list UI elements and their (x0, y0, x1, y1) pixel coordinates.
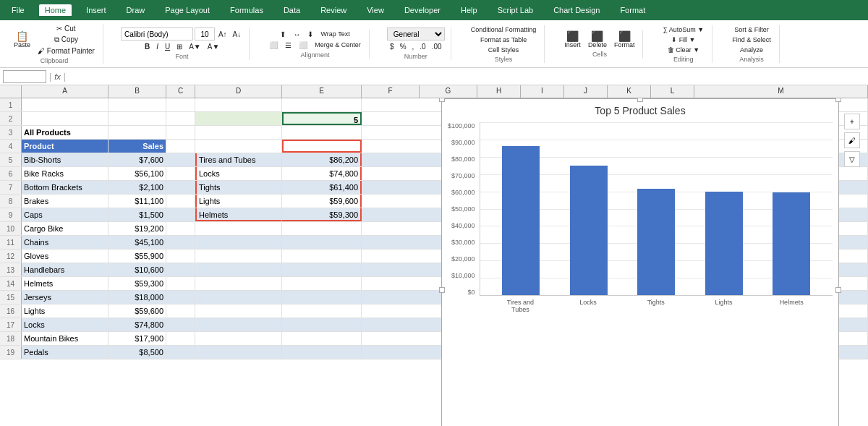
cell-d4[interactable] (195, 140, 282, 153)
cell-e11[interactable] (282, 236, 362, 249)
autosum-button[interactable]: ∑ AutoSum ▼ (660, 25, 706, 34)
cell-d15[interactable] (195, 291, 282, 304)
ribbon-tab-chartdesign[interactable]: Chart Design (548, 4, 605, 16)
cell-d17[interactable] (195, 318, 282, 331)
sort-filter-button[interactable]: Sort & Filter (732, 25, 771, 34)
cell-e1[interactable] (282, 98, 362, 111)
cell-c12[interactable] (166, 250, 195, 263)
find-select-button[interactable]: Find & Select (730, 35, 773, 44)
increase-decimal-button[interactable]: .0 (417, 42, 427, 51)
cell-c1[interactable] (166, 98, 195, 111)
cell-styles-button[interactable]: Cell Styles (486, 46, 522, 54)
cell-a6[interactable]: Bike Racks (22, 167, 109, 180)
cell-b18[interactable]: $17,900 (109, 332, 166, 345)
cell-e2[interactable]: 5 (282, 112, 362, 125)
cell-d16[interactable] (195, 304, 282, 318)
fill-button[interactable]: ⬇ Fill ▼ (669, 35, 697, 44)
format-painter-button[interactable]: 🖌 Format Painter (35, 46, 97, 56)
col-header-l[interactable]: L (651, 85, 694, 98)
cell-b4[interactable]: Sales (109, 140, 166, 153)
ribbon-tab-home[interactable]: Home (39, 4, 72, 16)
cell-e8[interactable]: $59,600 (282, 195, 362, 208)
cell-b8[interactable]: $11,100 (109, 195, 166, 208)
col-header-h[interactable]: H (477, 85, 521, 98)
cell-c19[interactable] (166, 346, 195, 359)
percent-button[interactable]: % (398, 42, 409, 51)
col-header-g[interactable]: G (420, 85, 477, 98)
cell-a10[interactable]: Cargo Bike (22, 222, 109, 235)
format-button[interactable]: ⬛ Format (612, 30, 637, 49)
ribbon-tab-insert[interactable]: Insert (80, 4, 112, 16)
cell-d18[interactable] (195, 332, 282, 345)
format-as-table-button[interactable]: Format as Table (478, 35, 529, 44)
chart-elements-button[interactable]: + (844, 114, 860, 129)
ribbon-tab-formulas[interactable]: Formulas (224, 4, 269, 16)
ribbon-tab-page-layout[interactable]: Page Layout (159, 4, 216, 16)
chart-filters-button[interactable]: ▽ (844, 151, 860, 167)
cell-a7[interactable]: Bottom Brackets (22, 181, 109, 194)
align-bottom-button[interactable]: ⬇ (305, 30, 315, 39)
cell-c7[interactable] (166, 181, 195, 194)
cell-a8[interactable]: Brakes (22, 195, 109, 208)
cell-b3[interactable] (109, 126, 166, 139)
ribbon-tab-draw[interactable]: Draw (121, 4, 151, 16)
formula-input[interactable] (69, 72, 865, 82)
cell-a14[interactable]: Helmets (22, 277, 109, 290)
ribbon-tab-review[interactable]: Review (315, 4, 352, 16)
cell-c13[interactable] (166, 263, 195, 276)
cell-e7[interactable]: $61,400 (282, 181, 362, 194)
cell-b11[interactable]: $45,100 (109, 236, 166, 249)
cell-e15[interactable] (282, 291, 362, 304)
cell-d10[interactable] (195, 222, 282, 235)
cell-c10[interactable] (166, 222, 195, 235)
cell-b2[interactable] (109, 112, 166, 125)
decrease-font-button[interactable]: A↓ (231, 30, 244, 39)
cell-a1[interactable] (22, 98, 109, 111)
cell-c11[interactable] (166, 236, 195, 249)
increase-font-button[interactable]: A↑ (216, 30, 229, 39)
cell-c2[interactable] (166, 112, 195, 125)
number-format-select[interactable]: General (387, 27, 445, 41)
ribbon-tab-developer[interactable]: Developer (399, 4, 446, 16)
font-family-input[interactable] (121, 27, 193, 41)
cell-c15[interactable] (166, 291, 195, 304)
ribbon-tab-scriptlab[interactable]: Script Lab (492, 4, 540, 16)
conditional-formatting-button[interactable]: Conditional Formatting (469, 25, 539, 34)
col-header-c[interactable]: C (166, 85, 195, 98)
col-header-k[interactable]: K (608, 85, 651, 98)
cell-a2[interactable] (22, 112, 109, 125)
cell-a16[interactable]: Lights (22, 304, 109, 318)
cell-a13[interactable]: Handlebars (22, 263, 109, 276)
resize-handle-left[interactable] (439, 287, 445, 293)
col-header-f[interactable]: F (362, 85, 420, 98)
cell-c14[interactable] (166, 277, 195, 290)
align-center-button[interactable]: ☰ (283, 41, 294, 50)
cell-a15[interactable]: Jerseys (22, 291, 109, 304)
fill-color-button[interactable]: A▼ (187, 42, 203, 51)
cell-e16[interactable] (282, 304, 362, 318)
align-left-button[interactable]: ⬜ (267, 41, 280, 50)
cell-c8[interactable] (166, 195, 195, 208)
cell-a4[interactable]: Product (22, 140, 109, 153)
cell-e19[interactable] (282, 346, 362, 359)
cell-a18[interactable]: Mountain Bikes (22, 332, 109, 345)
border-button[interactable]: ⊞ (174, 42, 184, 51)
font-size-input[interactable] (195, 27, 215, 41)
cell-e9[interactable]: $59,300 (282, 208, 362, 221)
cell-e18[interactable] (282, 332, 362, 345)
cell-a19[interactable]: Pedals (22, 346, 109, 359)
align-middle-button[interactable]: ↔ (291, 30, 302, 39)
cell-c4[interactable] (166, 140, 195, 153)
cell-b9[interactable]: $1,500 (109, 208, 166, 221)
cell-d5[interactable]: Tires and Tubes (195, 153, 282, 166)
cell-a5[interactable]: Bib-Shorts (22, 153, 109, 166)
wrap-text-button[interactable]: Wrap Text (318, 30, 352, 38)
cell-e6[interactable]: $74,800 (282, 167, 362, 180)
col-header-a[interactable]: A (22, 85, 109, 98)
cell-e14[interactable] (282, 277, 362, 290)
col-header-b[interactable]: B (109, 85, 166, 98)
cell-e4[interactable]: Top 5 Product Sales (282, 140, 362, 153)
cell-d6[interactable]: Locks (195, 167, 282, 180)
ribbon-tab-data[interactable]: Data (278, 4, 306, 16)
cell-b15[interactable]: $18,000 (109, 291, 166, 304)
